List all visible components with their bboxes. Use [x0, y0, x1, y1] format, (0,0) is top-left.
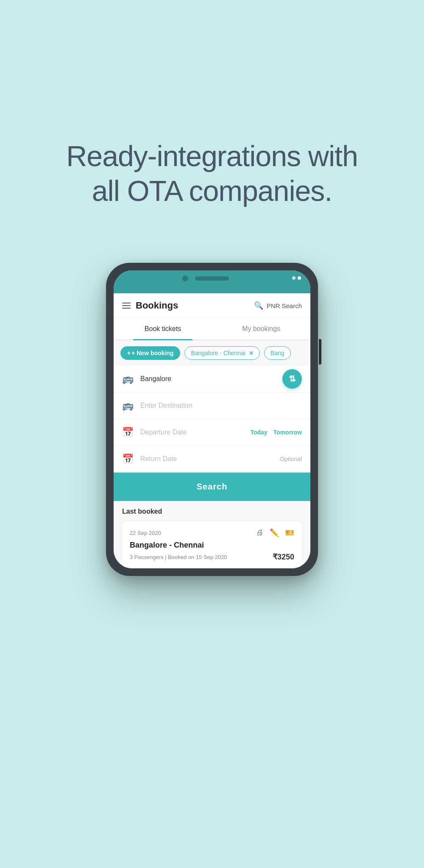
calendar-departure-icon: 📅	[122, 427, 134, 438]
origin-value[interactable]: Bangalore	[140, 375, 171, 383]
app-header: Bookings 🔍 PNR Search	[114, 293, 310, 318]
hero-title: Ready-integrations with all OTA companie…	[66, 139, 358, 208]
date-shortcuts: Today Tomorrow	[250, 429, 302, 436]
status-dots	[292, 276, 301, 280]
booking-card-header: 22 Sep 2020 🖨 ✏️ 🎫	[130, 528, 294, 537]
booking-passengers-info: 3 Passengers | Booked on 15 Sep 2020	[130, 554, 227, 560]
pnr-search-label: PNR Search	[267, 302, 302, 309]
status-dot-1	[292, 276, 296, 280]
departure-date-row[interactable]: 📅 Departure Date Today Tomorrow	[114, 419, 310, 446]
menu-line	[122, 305, 131, 306]
return-date-label[interactable]: Return Date	[140, 455, 177, 463]
calendar-return-icon: 📅	[122, 453, 134, 465]
booking-card: 22 Sep 2020 🖨 ✏️ 🎫 Bangalore - Chennai 3…	[122, 521, 302, 568]
print-icon[interactable]: 🖨	[256, 528, 264, 537]
booking-price: ₹3250	[273, 552, 294, 562]
search-form: 🚌 Bangalore ⇅ 🚌 Enter Destination 📅 Depa…	[114, 366, 310, 501]
booking-meta: 3 Passengers | Booked on 15 Sep 2020 ₹32…	[130, 552, 294, 562]
chip-close-icon[interactable]: ✕	[249, 350, 254, 356]
search-icon: 🔍	[254, 301, 263, 310]
menu-line	[122, 308, 131, 309]
tab-my-bookings[interactable]: My bookings	[212, 318, 310, 339]
header-left: Bookings	[122, 300, 178, 311]
destination-input[interactable]: Enter Destination	[140, 402, 192, 409]
swap-icon: ⇅	[289, 374, 296, 384]
new-booking-chip[interactable]: + + New booking	[120, 346, 180, 360]
origin-row[interactable]: 🚌 Bangalore ⇅	[114, 366, 310, 392]
phone-mockup: Bookings 🔍 PNR Search Book tickets My bo…	[106, 263, 318, 576]
menu-line	[122, 303, 131, 303]
ticket-icon[interactable]: 🎫	[285, 528, 294, 537]
bus-from-icon: 🚌	[122, 373, 134, 384]
booking-route: Bangalore - Chennai	[130, 541, 294, 550]
swap-button[interactable]: ⇅	[282, 369, 302, 389]
phone-camera	[182, 275, 188, 281]
status-dot-2	[298, 276, 301, 280]
search-button[interactable]: Search	[114, 473, 310, 501]
app-title: Bookings	[136, 300, 178, 311]
booking-date: 22 Sep 2020	[130, 530, 161, 536]
menu-icon[interactable]	[122, 303, 131, 309]
phone-top-bar	[114, 270, 310, 293]
phone-inner: Bookings 🔍 PNR Search Book tickets My bo…	[114, 270, 310, 568]
booking-actions: 🖨 ✏️ 🎫	[256, 528, 294, 537]
today-shortcut[interactable]: Today	[250, 429, 267, 436]
bus-to-icon: 🚌	[122, 400, 134, 411]
tomorrow-shortcut[interactable]: Tomorrow	[273, 429, 302, 436]
last-booked-section: Last booked 22 Sep 2020 🖨 ✏️ 🎫 Bangalore…	[114, 501, 310, 568]
edit-icon[interactable]: ✏️	[270, 528, 279, 537]
tab-book-tickets[interactable]: Book tickets	[114, 318, 212, 339]
header-right[interactable]: 🔍 PNR Search	[254, 301, 302, 310]
last-booked-title: Last booked	[122, 508, 302, 515]
phone-outer: Bookings 🔍 PNR Search Book tickets My bo…	[106, 263, 318, 576]
phone-speaker	[195, 276, 229, 281]
destination-row[interactable]: 🚌 Enter Destination	[114, 392, 310, 419]
optional-label: Optional	[280, 456, 302, 462]
departure-date-label[interactable]: Departure Date	[140, 428, 187, 436]
bangalore-chennai-chip[interactable]: Bangalore - Chennai ✕	[184, 346, 259, 360]
bang-chip[interactable]: Bang	[264, 346, 291, 360]
phone-side-button	[319, 339, 321, 364]
plus-icon: +	[127, 350, 131, 356]
chips-row: + + New booking Bangalore - Chennai ✕ Ba…	[114, 340, 310, 366]
return-date-row[interactable]: 📅 Return Date Optional	[114, 446, 310, 473]
tabs-row: Book tickets My bookings	[114, 318, 310, 340]
